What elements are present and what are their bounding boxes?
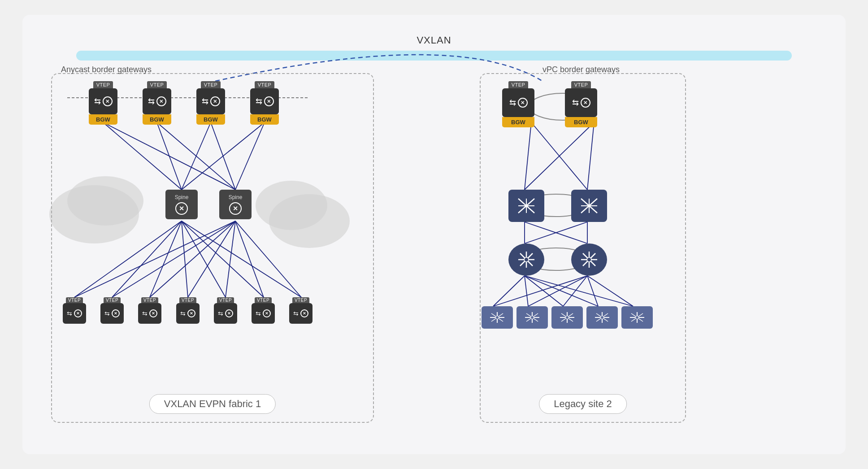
acc4-icon — [594, 311, 610, 324]
bgw1-body: ⇆ ✕ — [89, 88, 117, 114]
acc2-device — [516, 306, 548, 329]
leaf6-vtep-badge: VTEP — [255, 297, 272, 303]
lbgw2-x-icon: ✕ — [581, 98, 590, 108]
acc3-icon — [559, 311, 575, 324]
dist1-device — [508, 243, 544, 276]
leaf6-x-icon: ✕ — [263, 309, 271, 317]
bgw1-bgw-badge: BGW — [89, 114, 117, 125]
leaf3-device: VTEP ⇆ ✕ — [138, 297, 161, 324]
spine2-label: Spine — [229, 194, 243, 200]
spine2-body: Spine ✕ — [219, 190, 252, 219]
lbgw2-icons: ⇆ ✕ — [572, 98, 590, 108]
bgw3-x-icon: ✕ — [210, 96, 220, 106]
bgw2-bgw-badge: BGW — [143, 114, 171, 125]
lbgw2-bgw-badge: BGW — [565, 117, 597, 127]
leaf1-x-icon: ✕ — [74, 309, 82, 317]
bgw4-body: ⇆ ✕ — [250, 88, 279, 114]
leaf3-body: ⇆ ✕ — [138, 303, 161, 324]
dist2-icon — [579, 250, 599, 269]
spine1-device: Spine ✕ — [165, 190, 198, 219]
bgw4-device: VTEP ⇆ ✕ BGW — [250, 81, 279, 125]
leaf7-body: ⇆ ✕ — [289, 303, 312, 324]
leaf1-body: ⇆ ✕ — [63, 303, 86, 324]
bgw1-arrows-icon: ⇆ — [94, 96, 101, 106]
leaf5-device: VTEP ⇆ ✕ — [214, 297, 237, 324]
legacy2-label: Legacy site 2 — [539, 394, 627, 414]
bgw1-icons: ⇆ ✕ — [94, 96, 113, 106]
bgw3-body: ⇆ ✕ — [196, 88, 225, 114]
agg1-device — [508, 190, 544, 222]
bgw2-x-icon: ✕ — [156, 96, 166, 106]
spine2-device: Spine ✕ — [219, 190, 252, 219]
bgw3-device: VTEP ⇆ ✕ BGW — [196, 81, 225, 125]
spine2-x-icon: ✕ — [229, 202, 242, 215]
leaf4-x-icon: ✕ — [187, 309, 195, 317]
acc1-icon — [489, 311, 505, 324]
dist2-device — [571, 243, 607, 276]
acc4-device — [586, 306, 618, 329]
leaf5-vtep-badge: VTEP — [217, 297, 234, 303]
wan-label: VXLAN — [22, 35, 846, 46]
leaf6-body: ⇆ ✕ — [252, 303, 275, 324]
fabric1-box: VXLAN EVPN fabric 1 — [51, 73, 374, 423]
lbgw1-x-icon: ✕ — [518, 98, 528, 108]
leaf5-x-icon: ✕ — [225, 309, 233, 317]
leaf3-icons: ⇆ ✕ — [142, 309, 157, 317]
bgw3-arrows-icon: ⇆ — [202, 96, 208, 106]
spine1-body: Spine ✕ — [165, 190, 198, 219]
spine1-label: Spine — [175, 194, 189, 200]
leaf5-body: ⇆ ✕ — [214, 303, 237, 324]
leaf2-icons: ⇆ ✕ — [104, 309, 120, 317]
leaf2-x-icon: ✕ — [112, 309, 120, 317]
bgw4-bgw-badge: BGW — [250, 114, 279, 125]
leaf2-arrows-icon: ⇆ — [104, 310, 110, 317]
lbgw1-body: ⇆ ✕ — [502, 88, 534, 117]
svg-point-81 — [601, 316, 604, 319]
svg-point-66 — [496, 316, 499, 319]
fabric1-label: VXLAN EVPN fabric 1 — [149, 394, 276, 414]
leaf1-device: VTEP ⇆ ✕ — [63, 297, 86, 324]
leaf3-x-icon: ✕ — [149, 309, 157, 317]
leaf3-vtep-badge: VTEP — [141, 297, 158, 303]
leaf7-vtep-badge: VTEP — [292, 297, 309, 303]
leaf5-icons: ⇆ ✕ — [218, 309, 233, 317]
wan-bar — [76, 51, 792, 61]
lbgw1-device: VTEP ⇆ ✕ BGW — [502, 81, 534, 127]
leaf1-arrows-icon: ⇆ — [67, 310, 72, 317]
svg-point-71 — [531, 316, 534, 319]
diagram-container: VXLAN — [22, 15, 846, 454]
leaf7-arrows-icon: ⇆ — [293, 310, 299, 317]
agg2-device — [571, 190, 607, 222]
leaf7-icons: ⇆ ✕ — [293, 309, 308, 317]
bgw3-icons: ⇆ ✕ — [202, 96, 220, 106]
leaf7-x-icon: ✕ — [300, 309, 308, 317]
bgw4-vtep-badge: VTEP — [255, 81, 275, 88]
leaf6-device: VTEP ⇆ ✕ — [252, 297, 275, 324]
acc2-icon — [524, 311, 540, 324]
bgw4-icons: ⇆ ✕ — [256, 96, 274, 106]
leaf4-icons: ⇆ ✕ — [180, 309, 195, 317]
agg1-icon — [517, 198, 535, 214]
bgw1-device: VTEP ⇆ ✕ BGW — [89, 81, 117, 125]
bgw2-arrows-icon: ⇆ — [148, 96, 155, 106]
svg-point-86 — [636, 316, 639, 319]
leaf4-arrows-icon: ⇆ — [180, 310, 186, 317]
bgw2-body: ⇆ ✕ — [143, 88, 171, 114]
svg-point-61 — [587, 257, 591, 262]
lbgw1-icons: ⇆ ✕ — [509, 98, 528, 108]
lbgw2-arrows-icon: ⇆ — [572, 98, 579, 108]
lbgw1-bgw-badge: BGW — [502, 117, 534, 127]
leaf4-vtep-badge: VTEP — [179, 297, 196, 303]
lbgw1-arrows-icon: ⇆ — [509, 98, 516, 108]
dist1-icon — [516, 250, 536, 269]
leaf4-body: ⇆ ✕ — [176, 303, 200, 324]
agg2-icon — [580, 198, 598, 214]
bgw3-vtep-badge: VTEP — [201, 81, 221, 88]
leaf7-device: VTEP ⇆ ✕ — [289, 297, 312, 324]
lbgw1-vtep-badge: VTEP — [508, 81, 529, 88]
bgw4-arrows-icon: ⇆ — [256, 96, 262, 106]
bgw4-x-icon: ✕ — [264, 96, 274, 106]
svg-point-76 — [566, 316, 569, 319]
leaf6-arrows-icon: ⇆ — [256, 310, 261, 317]
svg-point-56 — [524, 257, 529, 262]
